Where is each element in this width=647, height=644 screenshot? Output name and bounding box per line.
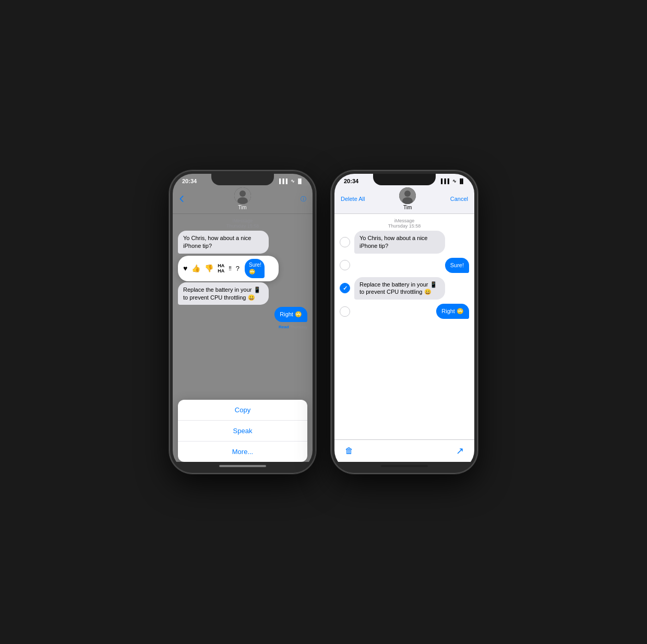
wifi-icon-right: ∿ [452,178,457,184]
bubble-r2[interactable]: Sure! [445,258,469,273]
message-1-left: Yo Chris, how about a nice iPhone tip? [178,231,307,254]
select-circle-r3[interactable] [340,283,350,293]
notch-right [373,174,436,185]
bubble-r2-text: Sure! [450,262,464,268]
wifi-icon-left: ∿ [291,178,295,184]
notch [211,174,274,185]
bubble-1-left[interactable]: Yo Chris, how about a nice iPhone tip? [178,231,269,254]
info-button-left[interactable]: ⓘ [301,195,306,203]
reaction-bar[interactable]: ♥ 👍 👎 HAHA ‼ ? Sure! 🙄 [178,256,279,281]
bubble-3-left[interactable]: Replace the battery in your 📱 to prevent… [178,282,269,305]
home-indicator-left [173,462,313,470]
message-row-r3: Replace the battery in your 📱 to prevent… [340,277,469,300]
message-4-left: Right 🙄 [178,307,307,322]
status-icons-left: ▌▌▌ ∿ ▐▌ [279,178,303,184]
contact-name-left: Tim [238,205,246,210]
bubble-3-text: Replace the battery in your 📱 to prevent… [183,287,261,301]
nav-bar-right: Delete All Tim Cancel [334,185,474,214]
battery-icon-right: ▐▌ [458,178,465,184]
context-menu: Copy Speak More... [178,400,307,462]
svg-point-1 [239,190,246,197]
battery-icon-left: ▐▌ [296,178,303,184]
bubble-r4-text: Right 🙄 [441,308,464,314]
select-circle-r4[interactable] [340,306,350,317]
trash-button[interactable]: 🗑 [345,446,353,456]
nav-center-right: Tim [399,187,416,210]
message-row-r2: Sure! [340,258,469,273]
chat-header-left: iMessage Thursday 15:58 [173,218,313,229]
home-indicator-right [334,462,474,470]
nav-center-left: Tim [234,187,251,210]
right-phone: 20:34 ▌▌▌ ∿ ▐▌ Delete All Tim Can [331,171,477,473]
bubble-r4[interactable]: Right 🙄 [436,304,469,319]
signal-icon-right: ▌▌▌ [441,178,451,184]
bubble-r3-text: Replace the battery in your 📱 to prevent… [360,281,437,295]
status-icons-right: ▌▌▌ ∿ ▐▌ [441,178,465,184]
read-receipt-left: Read Thursday [178,325,307,329]
time-right: 20:34 [344,178,358,184]
bottom-bar-right: 🗑 ↗ [334,439,474,462]
message-row-r1: Yo Chris, how about a nice iPhone tip? [340,231,469,254]
select-circle-r1[interactable] [340,237,350,247]
time-left: 20:34 [182,178,197,184]
reaction-exclaim[interactable]: ‼ [229,265,232,271]
bubble-r1-text: Yo Chris, how about a nice iPhone tip? [360,235,427,249]
reaction-heart[interactable]: ♥ [183,264,187,272]
reaction-thumbsdown[interactable]: 👎 [205,264,213,272]
back-button-left[interactable] [179,195,184,202]
message-3-left: Replace the battery in your 📱 to prevent… [178,282,307,305]
messages-left: Yo Chris, how about a nice iPhone tip? ♥… [173,231,313,329]
reaction-haha[interactable]: HAHA [218,263,224,273]
nav-bar-left: Tim ⓘ [173,185,313,214]
chat-header-right: iMessage Thursday 15:58 [334,218,474,229]
share-button[interactable]: ↗ [456,445,464,457]
svg-point-4 [404,190,411,197]
avatar-left[interactable] [234,187,251,204]
avatar-right[interactable] [399,187,416,204]
bubble-4-left[interactable]: Right 🙄 [274,307,307,322]
more-button[interactable]: More... [178,442,307,462]
reaction-question[interactable]: ? [236,265,239,272]
signal-icon-left: ▌▌▌ [279,178,289,184]
copy-button[interactable]: Copy [178,400,307,421]
bubble-r1[interactable]: Yo Chris, how about a nice iPhone tip? [354,231,445,254]
reaction-thumbsup[interactable]: 👍 [191,264,200,272]
bubble-4-text: Right 🙄 [280,311,302,317]
chat-area-left: iMessage Thursday 15:58 Yo Chris, how ab… [173,214,313,462]
cancel-button[interactable]: Cancel [450,196,468,202]
select-circle-r2[interactable] [340,260,350,270]
speak-button[interactable]: Speak [178,421,307,442]
bubble-r3[interactable]: Replace the battery in your 📱 to prevent… [354,277,445,300]
chat-area-right: iMessage Thursday 15:58 Yo Chris, how ab… [334,214,474,439]
messages-right: Yo Chris, how about a nice iPhone tip? S… [334,231,474,439]
bubble-1-text: Yo Chris, how about a nice iPhone tip? [183,235,251,249]
contact-name-right: Tim [403,205,412,210]
delete-all-button[interactable]: Delete All [341,196,365,202]
message-row-r4: Right 🙄 [340,304,469,319]
left-phone: 20:34 ▌▌▌ ∿ ▐▌ [170,171,316,473]
